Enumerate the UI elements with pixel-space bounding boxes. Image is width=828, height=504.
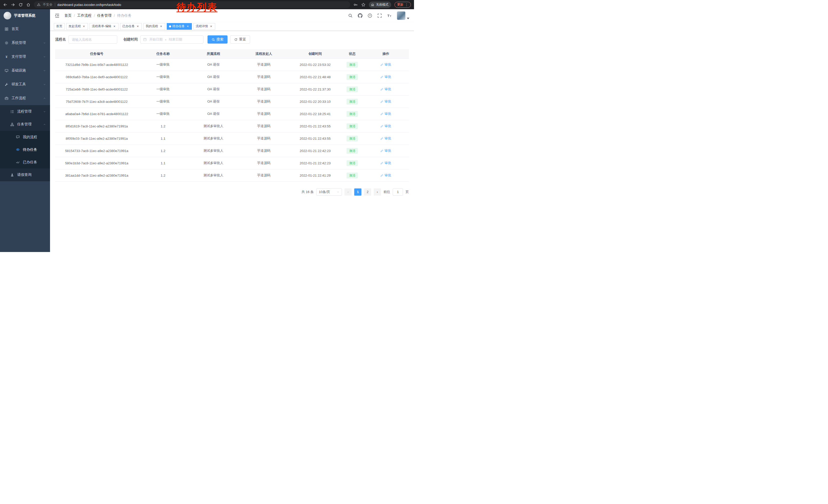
sidebar-item-infrastructure[interactable]: 基础设施: [0, 63, 50, 78]
task-created-time: 2022-01-22 20:33:10: [300, 100, 331, 103]
reset-button[interactable]: 重置: [230, 35, 250, 44]
home-icon[interactable]: [26, 3, 31, 7]
close-icon[interactable]: ×: [159, 25, 163, 28]
calendar-icon: [143, 38, 147, 41]
task-name: 1.2: [161, 149, 165, 153]
approve-link[interactable]: 审批: [380, 87, 391, 92]
sidebar-item-workflow[interactable]: 工作流程: [0, 91, 50, 105]
page-button-1[interactable]: 1: [354, 188, 362, 196]
column-header: 任务编号: [55, 49, 138, 58]
address-bar[interactable]: 不安全 dashboard.yudao.iocoder.cn/bpm/task/…: [34, 1, 350, 8]
collapse-sidebar-icon[interactable]: [55, 13, 60, 18]
sidebar-item-leave-query[interactable]: 请假查询: [0, 169, 50, 181]
help-icon[interactable]: ?: [368, 13, 372, 18]
create-time-label: 创建时间: [123, 37, 138, 42]
forward-icon[interactable]: [11, 3, 15, 7]
sidebar-item-devtools[interactable]: 研发工具: [0, 78, 50, 91]
approve-link[interactable]: 审批: [380, 173, 391, 178]
close-icon[interactable]: ×: [136, 25, 139, 28]
user-avatar-menu[interactable]: [397, 11, 409, 20]
edit-icon: [380, 125, 383, 128]
approve-link[interactable]: 审批: [380, 62, 391, 67]
chevron-down-icon: [43, 110, 46, 113]
app-logo[interactable]: 芋道管理系统: [0, 9, 50, 22]
sidebar-item-task-management[interactable]: 任务管理: [0, 118, 50, 131]
gear-icon: [5, 41, 8, 45]
search-icon[interactable]: [348, 13, 353, 18]
sidebar-item-system[interactable]: 系统管理: [0, 36, 50, 50]
tab-start-process[interactable]: 发起流程 ×: [66, 23, 88, 30]
tab-process-detail[interactable]: 流程详情 ×: [194, 23, 215, 30]
task-initiator: 芋道源码: [257, 149, 271, 152]
sidebar-item-process-management[interactable]: 流程管理: [0, 105, 50, 118]
table-row: 8f0d1619-7ac8-11ec-a9e2-a2380e71991a 1.2…: [55, 120, 409, 132]
menu-label: 流程管理: [17, 109, 32, 114]
close-icon[interactable]: ×: [113, 25, 116, 28]
tab-todo-tasks[interactable]: 待办任务 ×: [167, 23, 192, 30]
approve-link[interactable]: 审批: [380, 124, 391, 129]
breadcrumb-separator: /: [74, 13, 75, 18]
browser-update-button[interactable]: 更新 ⋮: [395, 2, 411, 8]
sidebar-item-done-tasks[interactable]: 已办任务: [0, 156, 50, 169]
next-page-button[interactable]: ›: [374, 188, 381, 196]
sidebar-item-home[interactable]: 首页: [0, 22, 50, 36]
org-chart-icon: [10, 123, 14, 126]
total-count: 共 16 条: [301, 190, 314, 194]
status-badge: 激活: [346, 74, 358, 80]
back-icon[interactable]: [3, 3, 7, 7]
filter-form: 流程名 创建时间 开始日期 - 结束日期 搜索 重置: [55, 35, 409, 44]
close-icon[interactable]: ×: [209, 25, 213, 28]
approve-link[interactable]: 审批: [380, 148, 391, 153]
search-button[interactable]: 搜索: [208, 35, 227, 44]
approve-link[interactable]: 审批: [380, 161, 391, 165]
sidebar: 芋道管理系统 首页 系统管理 ¥ 支付管理 基础设施 研发工具: [0, 9, 50, 252]
task-created-time: 2022-01-21 22:43:55: [300, 124, 331, 128]
process-name-input[interactable]: [69, 35, 117, 44]
task-initiator: 芋道源码: [257, 62, 271, 66]
reload-icon[interactable]: [18, 3, 23, 7]
breadcrumb-home[interactable]: 首页: [65, 13, 72, 18]
task-process: 测试多审批人: [203, 161, 223, 165]
table-row: a6aba0a4-7b6d-11ec-b781-acde48001122 一级审…: [55, 108, 409, 120]
tab-form-edit[interactable]: 流程表单-编辑 ×: [89, 23, 119, 30]
menu-label: 首页: [11, 27, 19, 31]
close-icon[interactable]: ×: [186, 25, 190, 28]
task-initiator: 芋道源码: [257, 173, 271, 177]
browser-actions: 无痕模式 更新 ⋮: [354, 2, 411, 8]
page-button-2[interactable]: 2: [364, 188, 371, 196]
breadcrumb-workflow[interactable]: 工作流程: [77, 13, 92, 18]
page-size-select[interactable]: 10条/页: [316, 188, 342, 196]
tab-label: 待办任务: [172, 24, 185, 29]
status-badge: 激活: [346, 173, 358, 178]
task-created-time: 2022-01-22 21:37:30: [300, 87, 331, 91]
tab-my-processes[interactable]: 我的流程 ×: [143, 23, 165, 30]
browser-menu-icon[interactable]: ⋮: [405, 3, 408, 6]
github-icon[interactable]: [358, 13, 363, 18]
font-size-icon[interactable]: TT: [387, 13, 392, 18]
date-range-picker[interactable]: 开始日期 - 结束日期: [140, 35, 203, 44]
password-key-icon[interactable]: [354, 3, 358, 7]
approve-link[interactable]: 审批: [380, 136, 391, 141]
approve-link[interactable]: 审批: [380, 111, 391, 116]
approve-link[interactable]: 审批: [380, 99, 391, 104]
sidebar-item-payment[interactable]: ¥ 支付管理: [0, 50, 50, 63]
sidebar-item-my-processes[interactable]: 我的流程: [0, 131, 50, 143]
menu-label: 待办任务: [23, 147, 37, 152]
tab-done-tasks[interactable]: 已办任务 ×: [120, 23, 142, 30]
fullscreen-icon[interactable]: [377, 13, 382, 18]
edit-icon: [380, 100, 383, 103]
chevron-up-icon: [43, 123, 46, 126]
prev-page-button[interactable]: ‹: [344, 188, 352, 196]
approve-link[interactable]: 审批: [380, 75, 391, 79]
close-icon[interactable]: ×: [82, 25, 86, 28]
breadcrumb-current: 待办任务: [117, 13, 132, 18]
goto-page-input[interactable]: [393, 188, 403, 196]
breadcrumb-task-management[interactable]: 任务管理: [97, 13, 112, 18]
svg-text:T: T: [387, 14, 389, 18]
update-label: 更新: [397, 3, 404, 7]
sidebar-item-todo-tasks[interactable]: 待办任务: [0, 143, 50, 156]
bookmark-star-icon[interactable]: [361, 3, 366, 7]
table-row: 580e1b3d-7ac8-11ec-a9e2-a2380e71991a 1.1…: [55, 157, 409, 169]
task-initiator: 芋道源码: [257, 124, 271, 128]
tab-home[interactable]: 首页: [54, 23, 65, 30]
